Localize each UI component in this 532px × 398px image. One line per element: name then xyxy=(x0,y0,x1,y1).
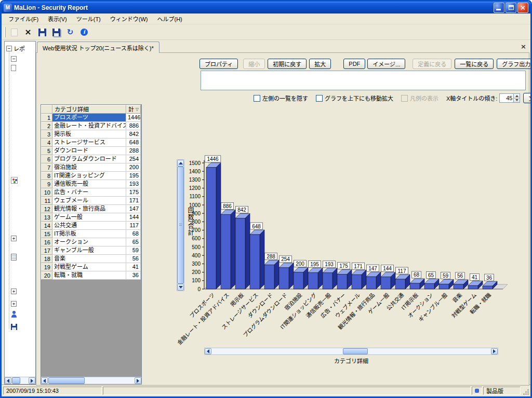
maximize-button[interactable] xyxy=(506,3,516,13)
bar-10[interactable] xyxy=(337,275,347,289)
menu-item-help[interactable]: ヘルプ(H) xyxy=(152,13,187,24)
back-list-button[interactable]: 一覧に戻る xyxy=(455,59,494,69)
font-size-button[interactable]: 文字サイズ xyxy=(523,93,532,103)
reset-button[interactable]: 初期に戻す xyxy=(268,59,307,69)
graph-cond-button[interactable]: グラフ出力条件 xyxy=(497,59,532,69)
toolbar-info-button[interactable] xyxy=(78,26,90,38)
table-row[interactable]: 2金融レート・投資アドバイス886 xyxy=(41,122,141,130)
bar-15[interactable] xyxy=(410,283,420,289)
bar-16[interactable] xyxy=(424,283,434,289)
scroll-right-button[interactable] xyxy=(135,377,141,384)
tree-node[interactable] xyxy=(11,287,17,295)
tab-close-icon[interactable]: × xyxy=(521,43,526,50)
image-button[interactable]: イメージ... xyxy=(367,59,405,69)
spin-up-button[interactable] xyxy=(514,94,520,98)
scroll-left-button[interactable] xyxy=(5,377,11,384)
vertical-zoom-checkbox[interactable] xyxy=(316,95,323,102)
scrollbar-thumb[interactable] xyxy=(12,377,20,384)
toolbar-close-button[interactable] xyxy=(22,26,34,38)
bar-4[interactable] xyxy=(250,235,260,289)
x-axis-tilt-input[interactable] xyxy=(499,93,514,103)
table-horizontal-scrollbar[interactable] xyxy=(41,377,141,384)
table-row[interactable]: 6プログラムダウンロード254 xyxy=(41,155,141,163)
bar-6[interactable] xyxy=(279,268,289,289)
table-row[interactable]: 9通信販売一般193 xyxy=(41,180,141,188)
tree-node[interactable] xyxy=(11,310,17,318)
bar-19[interactable] xyxy=(468,285,478,289)
close-button[interactable]: × xyxy=(517,3,528,13)
bar-20[interactable] xyxy=(483,286,493,289)
tree-node[interactable] xyxy=(11,253,17,260)
title-bar[interactable]: M MaLion - Security Report × xyxy=(2,2,530,13)
scroll-right-button[interactable] xyxy=(491,348,498,354)
menu-item-view[interactable]: 表示(V) xyxy=(43,13,72,24)
property-button[interactable]: プロパティ xyxy=(200,59,238,69)
tree-node[interactable]: レポ xyxy=(6,45,25,52)
toolbar-new-button xyxy=(8,26,20,38)
toolbar-save-button[interactable] xyxy=(36,26,48,38)
scrollbar-thumb[interactable] xyxy=(48,377,85,384)
menu-item-file[interactable]: ファイル(F) xyxy=(4,13,43,24)
spin-down-button[interactable] xyxy=(514,98,520,103)
minimize-button[interactable] xyxy=(494,3,504,13)
scroll-left-button[interactable] xyxy=(205,348,211,354)
bar-3[interactable] xyxy=(235,218,245,289)
table-row[interactable]: 13ゲーム一般144 xyxy=(41,213,141,222)
menu-item-window[interactable]: ウィンドウ(W) xyxy=(105,13,153,24)
chart-horizontal-scrollbar[interactable] xyxy=(204,348,498,355)
scrollbar-thumb[interactable] xyxy=(343,348,368,354)
pdf-button[interactable]: PDF xyxy=(343,59,365,69)
scroll-left-button[interactable] xyxy=(41,377,48,384)
bar-17[interactable] xyxy=(439,284,449,289)
table-row[interactable]: 5ダウンロード288 xyxy=(41,147,141,155)
header-total[interactable]: 計▽ xyxy=(126,105,141,114)
header-category[interactable]: カテゴリ詳細 xyxy=(52,105,126,114)
toolbar-refresh-button[interactable] xyxy=(64,26,76,38)
table-row[interactable]: 14公共交通117 xyxy=(41,222,141,230)
tree-node[interactable] xyxy=(11,300,17,307)
table-row[interactable]: 18音楽56 xyxy=(41,255,141,263)
table-row[interactable]: 17ギャンブル一般59 xyxy=(41,246,141,255)
bar-1[interactable] xyxy=(206,168,216,289)
bar-18[interactable] xyxy=(454,284,463,289)
scroll-right-button[interactable] xyxy=(29,377,35,384)
tab-web-usage-top20[interactable]: Web使用状況 トップ20(ニュース系は除く)* xyxy=(37,42,159,53)
tree-node[interactable] xyxy=(11,55,17,62)
bar-7[interactable] xyxy=(294,272,303,289)
bar-11[interactable] xyxy=(352,275,362,289)
table-row[interactable]: 7宿泊施設200 xyxy=(41,163,141,172)
bar-12[interactable] xyxy=(366,277,376,289)
bar-9[interactable] xyxy=(323,273,332,289)
scrollbar-track[interactable] xyxy=(211,348,491,354)
category-table: カテゴリ詳細 計▽ 1プロスポーツ14462金融レート・投資アドバイス8863掲… xyxy=(41,104,142,385)
bar-2[interactable] xyxy=(221,214,231,289)
tree-node[interactable] xyxy=(11,235,17,242)
hide-list-checkbox[interactable] xyxy=(254,95,260,102)
table-row[interactable]: 3掲示板842 xyxy=(41,130,141,139)
table-row[interactable]: 11ウェブメール171 xyxy=(41,197,141,205)
table-row[interactable]: 19対戦型ゲーム41 xyxy=(41,263,141,271)
table-row[interactable]: 12観光情報・旅行商品147 xyxy=(41,205,141,213)
table-row[interactable]: 15IT掲示板68 xyxy=(41,230,141,238)
bar-5[interactable] xyxy=(264,265,274,289)
table-row[interactable]: 1プロスポーツ1446 xyxy=(41,114,141,122)
resize-grip[interactable] xyxy=(522,387,529,395)
header-rank[interactable] xyxy=(41,105,52,114)
toolbar-save-as-button[interactable] xyxy=(50,26,62,38)
bar-13[interactable] xyxy=(381,277,391,289)
table-row[interactable]: 20転職・就職36 xyxy=(41,271,141,280)
tree-node[interactable] xyxy=(11,323,17,331)
tree-horizontal-scrollbar[interactable] xyxy=(5,377,35,384)
bar-14[interactable] xyxy=(395,279,405,289)
scrollbar-track[interactable] xyxy=(48,377,135,384)
bar-8[interactable] xyxy=(308,272,318,289)
scrollbar-track[interactable] xyxy=(11,377,29,384)
enlarge-button[interactable]: 拡大 xyxy=(309,59,331,69)
menu-item-tools[interactable]: ツール(T) xyxy=(72,13,105,24)
table-row[interactable]: 4ストレージサービス648 xyxy=(41,139,141,147)
table-row[interactable]: 8IT関連ショッピング195 xyxy=(41,172,141,180)
table-row[interactable]: 10広告・バナー175 xyxy=(41,188,141,197)
tree-node[interactable] xyxy=(11,64,16,72)
table-row[interactable]: 16オークション65 xyxy=(41,238,141,246)
tree-node[interactable] xyxy=(11,176,18,184)
